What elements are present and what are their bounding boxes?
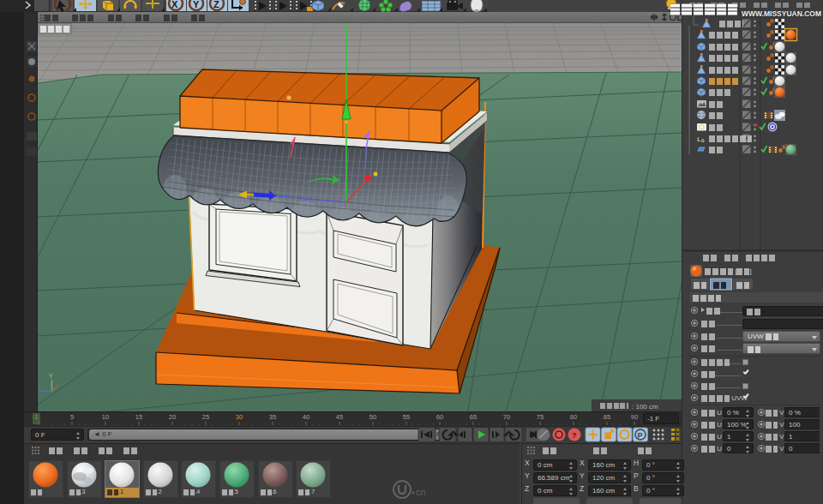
svg-text:: 100 cm: : 100 cm bbox=[632, 403, 658, 411]
svg-text:80: 80 bbox=[570, 413, 577, 421]
svg-text:85: 85 bbox=[604, 413, 610, 421]
svg-text:60: 60 bbox=[436, 413, 443, 421]
svg-text:35: 35 bbox=[269, 413, 276, 421]
svg-text:?: ? bbox=[572, 431, 577, 440]
svg-text:Y: Y bbox=[49, 373, 53, 379]
svg-text:Y: Y bbox=[193, 0, 200, 9]
svg-text:90: 90 bbox=[631, 413, 638, 421]
svg-text:cn: cn bbox=[416, 487, 426, 497]
svg-text:75: 75 bbox=[537, 413, 544, 421]
svg-text:25: 25 bbox=[202, 413, 209, 421]
svg-text:70: 70 bbox=[503, 413, 510, 421]
svg-text:55: 55 bbox=[403, 413, 410, 421]
svg-text:65: 65 bbox=[470, 413, 477, 421]
svg-text:0: 0 bbox=[701, 138, 705, 144]
svg-text:40: 40 bbox=[303, 413, 309, 421]
svg-text:Z: Z bbox=[213, 0, 219, 9]
svg-text:5: 5 bbox=[70, 413, 74, 421]
svg-text:45: 45 bbox=[336, 413, 343, 421]
svg-text:20: 20 bbox=[169, 413, 176, 421]
svg-text:50: 50 bbox=[369, 413, 376, 421]
svg-text:15: 15 bbox=[135, 413, 142, 421]
svg-text:30: 30 bbox=[236, 413, 243, 421]
svg-text:P: P bbox=[638, 431, 643, 440]
svg-text:10: 10 bbox=[102, 413, 109, 421]
